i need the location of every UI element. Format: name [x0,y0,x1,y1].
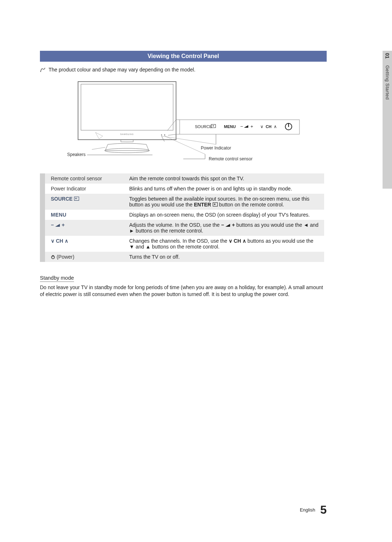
row-desc: Adjusts the volume. In the OSD, use the … [126,220,324,236]
row-desc: Changes the channels. In the OSD, use th… [126,236,324,252]
enter-icon [213,202,218,206]
svg-point-3 [161,134,162,135]
tv-diagram: SAMSUNG SOURCE MENU − + ∨ [53,80,314,167]
row-desc: Aim the remote control towards this spot… [126,173,324,184]
volume-wedge-icon [55,222,60,226]
side-tab-title: Getting Started [385,65,390,100]
row-label: Power Indicator [51,186,86,192]
table-row: ∨ CH ∧ Changes the channels. In the OSD,… [42,236,324,252]
table-row: Power Indicator Blinks and turns off whe… [42,184,324,194]
table-row: MENU Displays an on-screen menu, the OSD… [42,210,324,220]
svg-text:+: + [250,124,253,129]
side-tab-chapter: 01 [384,53,390,59]
svg-text:MENU: MENU [224,124,236,129]
row-desc: Blinks and turns off when the power is o… [126,184,324,194]
row-label-channel: ∨ CH ∧ [51,238,68,244]
footer-language: English [300,507,315,513]
row-desc: Toggles between all the available input … [126,194,324,210]
svg-line-28 [165,136,205,154]
table-row: SOURCE Toggles between all the available… [42,194,324,210]
note-line: The product colour and shape may vary de… [40,67,327,73]
callout-speakers: Speakers [67,152,86,157]
svg-rect-4 [164,134,165,136]
svg-line-26 [162,136,216,144]
note-icon [40,67,46,73]
svg-text:∧: ∧ [274,124,277,129]
callout-power-indicator: Power Indicator [201,145,231,151]
row-label: MENU [51,212,66,218]
tv-diagram-svg: SAMSUNG SOURCE MENU − + ∨ [53,80,314,167]
row-label: (Power) [57,254,74,260]
note-text: The product colour and shape may vary de… [49,67,196,73]
standby-heading: Standby mode [40,275,74,282]
svg-line-25 [164,141,196,147]
side-tab: 01 Getting Started [383,51,392,189]
control-panel-table: Remote control sensor Aim the remote con… [40,173,327,262]
row-label-volume: − + [51,222,65,228]
standby-section: Standby mode Do not leave your TV in sta… [40,262,327,298]
table-row: − + Adjusts the volume. In the OSD, use … [42,220,324,236]
svg-rect-1 [81,84,173,130]
callout-remote-sensor: Remote control sensor [209,156,253,161]
section-title: Viewing the Control Panel [147,53,219,59]
enter-icon [74,196,79,201]
manual-page: 01 Getting Started Viewing the Control P… [0,0,392,542]
row-label: SOURCE [51,196,73,202]
svg-text:CH: CH [266,124,271,129]
row-desc: Displays an on-screen menu, the OSD (on … [126,210,324,220]
svg-text:−: − [240,124,243,129]
page-footer: English 5 [300,503,327,517]
row-desc: Turns the TV on or off. [126,252,324,262]
svg-text:SOURCE: SOURCE [195,124,212,129]
svg-text:∨: ∨ [260,124,264,129]
footer-page-number: 5 [320,503,327,516]
table-row: (Power) Turns the TV on or off. [42,252,324,262]
power-icon [51,254,55,259]
row-label: Remote control sensor [51,176,102,181]
svg-text:SAMSUNG: SAMSUNG [120,133,134,135]
section-title-bar: Viewing the Control Panel [40,51,327,62]
table-row: Remote control sensor Aim the remote con… [42,173,324,184]
volume-wedge-icon [225,222,230,226]
standby-body: Do not leave your TV in standby mode for… [40,284,327,298]
